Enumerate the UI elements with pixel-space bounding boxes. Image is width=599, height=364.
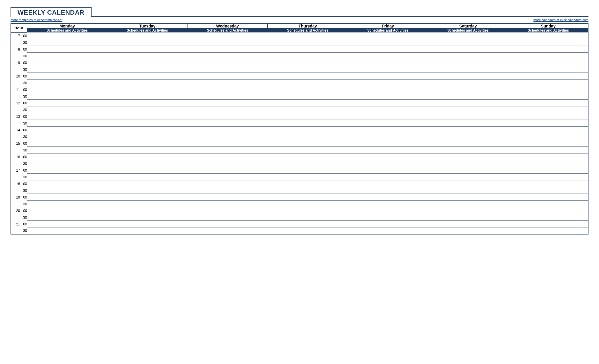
schedule-slot[interactable] — [508, 39, 588, 46]
schedule-slot[interactable] — [27, 160, 107, 167]
schedule-slot[interactable] — [27, 180, 107, 187]
schedule-slot[interactable] — [27, 53, 107, 59]
schedule-slot[interactable] — [508, 227, 588, 234]
schedule-slot[interactable] — [508, 66, 588, 73]
schedule-slot[interactable] — [348, 160, 428, 167]
schedule-slot[interactable] — [348, 106, 428, 113]
schedule-slot[interactable] — [508, 187, 588, 194]
schedule-slot[interactable] — [428, 147, 508, 153]
schedule-slot[interactable] — [187, 46, 268, 53]
schedule-slot[interactable] — [187, 194, 268, 201]
schedule-slot[interactable] — [27, 147, 107, 153]
schedule-slot[interactable] — [187, 66, 268, 73]
schedule-slot[interactable] — [107, 100, 187, 106]
schedule-slot[interactable] — [508, 174, 588, 180]
schedule-slot[interactable] — [428, 180, 508, 187]
schedule-slot[interactable] — [268, 140, 348, 147]
schedule-slot[interactable] — [428, 93, 508, 100]
more-templates-link[interactable]: more templates at exceltemplate.net — [11, 18, 62, 22]
schedule-slot[interactable] — [508, 167, 588, 174]
schedule-slot[interactable] — [348, 93, 428, 100]
schedule-slot[interactable] — [268, 73, 348, 80]
schedule-slot[interactable] — [187, 127, 268, 133]
schedule-slot[interactable] — [428, 207, 508, 214]
schedule-slot[interactable] — [107, 147, 187, 153]
schedule-slot[interactable] — [428, 127, 508, 133]
schedule-slot[interactable] — [508, 106, 588, 113]
schedule-slot[interactable] — [27, 66, 107, 73]
schedule-slot[interactable] — [187, 160, 268, 167]
schedule-slot[interactable] — [27, 86, 107, 93]
schedule-slot[interactable] — [27, 100, 107, 106]
schedule-slot[interactable] — [107, 153, 187, 160]
schedule-slot[interactable] — [348, 187, 428, 194]
schedule-slot[interactable] — [27, 120, 107, 127]
schedule-slot[interactable] — [27, 214, 107, 221]
schedule-slot[interactable] — [268, 160, 348, 167]
schedule-slot[interactable] — [428, 86, 508, 93]
more-calendars-link[interactable]: more calendars at excelcalendars.com — [533, 18, 588, 22]
schedule-slot[interactable] — [428, 80, 508, 86]
schedule-slot[interactable] — [107, 180, 187, 187]
schedule-slot[interactable] — [27, 133, 107, 140]
schedule-slot[interactable] — [508, 80, 588, 86]
schedule-slot[interactable] — [187, 153, 268, 160]
schedule-slot[interactable] — [107, 53, 187, 59]
schedule-slot[interactable] — [348, 180, 428, 187]
schedule-slot[interactable] — [107, 93, 187, 100]
schedule-slot[interactable] — [27, 93, 107, 100]
schedule-slot[interactable] — [348, 221, 428, 227]
schedule-slot[interactable] — [348, 80, 428, 86]
schedule-slot[interactable] — [107, 66, 187, 73]
schedule-slot[interactable] — [268, 93, 348, 100]
schedule-slot[interactable] — [268, 180, 348, 187]
schedule-slot[interactable] — [268, 120, 348, 127]
schedule-slot[interactable] — [508, 100, 588, 106]
schedule-slot[interactable] — [107, 133, 187, 140]
schedule-slot[interactable] — [348, 39, 428, 46]
schedule-slot[interactable] — [107, 113, 187, 120]
schedule-slot[interactable] — [428, 201, 508, 207]
schedule-slot[interactable] — [428, 73, 508, 80]
schedule-slot[interactable] — [107, 73, 187, 80]
schedule-slot[interactable] — [428, 106, 508, 113]
schedule-slot[interactable] — [348, 214, 428, 221]
schedule-slot[interactable] — [428, 140, 508, 147]
schedule-slot[interactable] — [187, 86, 268, 93]
schedule-slot[interactable] — [187, 167, 268, 174]
schedule-slot[interactable] — [27, 153, 107, 160]
schedule-slot[interactable] — [27, 227, 107, 234]
schedule-slot[interactable] — [27, 59, 107, 66]
schedule-slot[interactable] — [268, 153, 348, 160]
schedule-slot[interactable] — [27, 32, 107, 39]
schedule-slot[interactable] — [268, 66, 348, 73]
schedule-slot[interactable] — [107, 80, 187, 86]
schedule-slot[interactable] — [428, 113, 508, 120]
schedule-slot[interactable] — [508, 46, 588, 53]
schedule-slot[interactable] — [27, 140, 107, 147]
schedule-slot[interactable] — [348, 153, 428, 160]
schedule-slot[interactable] — [348, 32, 428, 39]
schedule-slot[interactable] — [268, 227, 348, 234]
schedule-slot[interactable] — [187, 140, 268, 147]
schedule-slot[interactable] — [268, 133, 348, 140]
schedule-slot[interactable] — [27, 221, 107, 227]
schedule-slot[interactable] — [348, 201, 428, 207]
schedule-slot[interactable] — [27, 167, 107, 174]
schedule-slot[interactable] — [508, 120, 588, 127]
schedule-slot[interactable] — [508, 160, 588, 167]
schedule-slot[interactable] — [428, 174, 508, 180]
schedule-slot[interactable] — [268, 147, 348, 153]
schedule-slot[interactable] — [107, 207, 187, 214]
schedule-slot[interactable] — [107, 201, 187, 207]
schedule-slot[interactable] — [428, 133, 508, 140]
schedule-slot[interactable] — [348, 174, 428, 180]
schedule-slot[interactable] — [27, 201, 107, 207]
schedule-slot[interactable] — [428, 32, 508, 39]
schedule-slot[interactable] — [268, 214, 348, 221]
schedule-slot[interactable] — [268, 201, 348, 207]
schedule-slot[interactable] — [268, 59, 348, 66]
schedule-slot[interactable] — [348, 140, 428, 147]
schedule-slot[interactable] — [107, 46, 187, 53]
schedule-slot[interactable] — [508, 221, 588, 227]
